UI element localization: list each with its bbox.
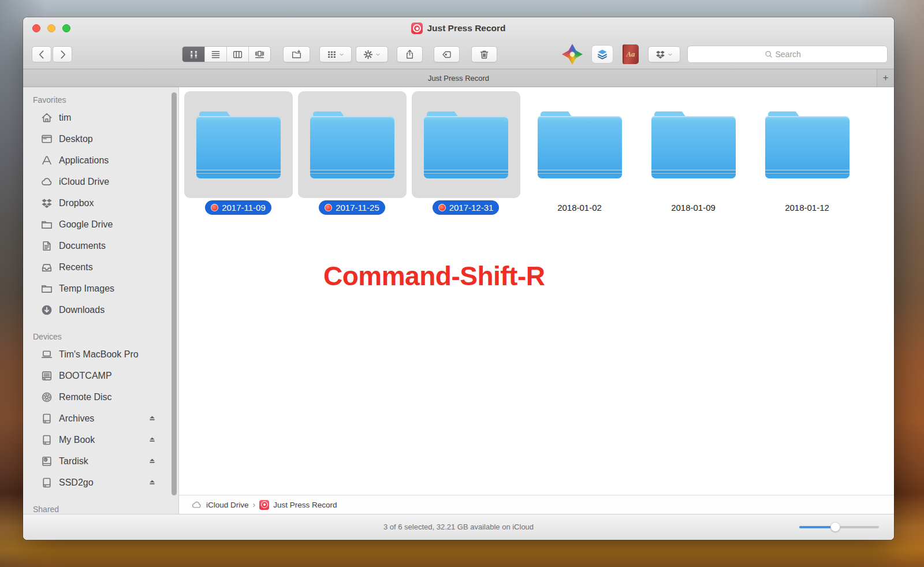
action-button[interactable]: [356, 46, 388, 62]
finder-window: Just Press Record Aa: [23, 17, 894, 540]
eject-button[interactable]: [148, 414, 157, 423]
sidebar-item-archives[interactable]: Archives: [23, 408, 178, 429]
forward-button[interactable]: [53, 46, 72, 62]
sidebar-item-documents[interactable]: Documents: [23, 235, 178, 256]
red-tag-dot: [325, 204, 332, 211]
downloads-icon: [40, 304, 53, 316]
desktop-wallpaper: Just Press Record Aa: [0, 0, 924, 567]
external-disk-icon: [40, 412, 53, 425]
sidebar-item-tim-s-macbook-pro[interactable]: Tim's MacBook Pro: [23, 344, 178, 365]
trash-icon: [479, 49, 490, 60]
chevron-down-icon: [375, 51, 381, 58]
delete-button[interactable]: [471, 46, 497, 62]
search-field[interactable]: [687, 46, 888, 63]
sidebar-item-my-book[interactable]: My Book: [23, 429, 178, 450]
path-item-just-press-record[interactable]: Just Press Record: [273, 501, 337, 509]
eject-button[interactable]: [148, 435, 157, 444]
folder-icon: [184, 91, 293, 198]
title-wrap: Just Press Record: [23, 17, 894, 39]
path-bar: iCloud Drive › Just Press Record: [179, 495, 894, 514]
content-area: 2017-11-092017-11-252017-12-312018-01-02…: [179, 87, 894, 514]
folder-2018-01-12[interactable]: 2018-01-12: [750, 91, 864, 215]
list-view-icon: [210, 49, 221, 60]
new-tab-button[interactable]: +: [877, 69, 894, 87]
tag-icon: [441, 49, 452, 60]
folder-2017-12-31[interactable]: 2017-12-31: [409, 91, 523, 215]
dictionary-app-button[interactable]: Aa: [623, 44, 639, 64]
folder-2017-11-09[interactable]: 2017-11-09: [181, 91, 295, 215]
eject-button[interactable]: [148, 457, 157, 465]
group-icon: [326, 49, 337, 60]
sidebar-item-dropbox[interactable]: Dropbox: [23, 192, 178, 214]
sidebar-item-desktop[interactable]: Desktop: [23, 128, 178, 150]
sidebar-item-applications[interactable]: Applications: [23, 150, 178, 171]
path-separator: ›: [253, 500, 256, 509]
eject-button[interactable]: [148, 478, 157, 487]
forward-icon: [57, 49, 68, 60]
sidebar-item-bootcamp[interactable]: BOOTCAMP: [23, 365, 178, 386]
folder-name: 2017-12-31: [433, 200, 500, 215]
folder-name: 2017-11-09: [205, 200, 271, 215]
coverflow-view-button[interactable]: [248, 47, 270, 62]
folder-2017-11-25[interactable]: 2017-11-25: [295, 91, 409, 215]
disc-icon: [40, 391, 53, 404]
sidebar-item-remote-disc[interactable]: Remote Disc: [23, 386, 178, 408]
external-disk-icon: [40, 476, 53, 489]
sidebar-section-title: Devices: [23, 330, 178, 344]
sidebar-item-icloud-drive[interactable]: iCloud Drive: [23, 171, 178, 192]
icon-size-slider[interactable]: [799, 526, 879, 528]
back-button[interactable]: [32, 46, 51, 62]
folder-name: 2018-01-12: [779, 200, 835, 215]
folder-2018-01-02[interactable]: 2018-01-02: [523, 91, 636, 215]
new-folder-button[interactable]: [283, 46, 310, 62]
slider-thumb[interactable]: [830, 522, 840, 532]
list-view-button[interactable]: [204, 47, 226, 62]
cloud-icon: [40, 176, 53, 188]
sidebar-item-tardisk[interactable]: Tardisk: [23, 450, 178, 472]
share-button[interactable]: [397, 46, 423, 62]
path-item-icloud-drive[interactable]: iCloud Drive: [206, 501, 249, 509]
internal-disk-icon: [40, 370, 53, 382]
sidebar-item-label: My Book: [59, 435, 95, 445]
tab-just-press-record[interactable]: Just Press Record: [428, 74, 489, 83]
sidebar-item-label: Documents: [59, 241, 106, 251]
sidebar-item-label: Tardisk: [59, 456, 88, 467]
layers-app-button[interactable]: [591, 45, 613, 64]
column-view-button[interactable]: [226, 47, 248, 62]
sidebar-section-title: Favorites: [23, 93, 178, 107]
toolbar: Aa: [23, 39, 894, 69]
sidebar-item-label: Downloads: [59, 305, 105, 315]
tag-button[interactable]: [434, 46, 460, 62]
sidebar-scrollbar[interactable]: [172, 92, 177, 495]
folder-icon: [298, 91, 407, 198]
sidebar-item-label: BOOTCAMP: [59, 371, 112, 381]
folder-grid: 2017-11-092017-11-252017-12-312018-01-02…: [181, 91, 864, 215]
sidebar-item-ssd2go[interactable]: SSD2go: [23, 472, 178, 493]
sidebar-item-recents[interactable]: Recents: [23, 256, 178, 278]
sidebar-item-label: iCloud Drive: [59, 177, 109, 187]
share-icon: [404, 49, 415, 60]
red-tag-dot: [211, 204, 218, 211]
sidebar-item-label: Archives: [59, 413, 94, 424]
sidebar-item-downloads[interactable]: Downloads: [23, 299, 178, 320]
tardisk-icon: [40, 455, 53, 468]
desktop-icon: [40, 133, 53, 146]
window-titlebar[interactable]: Just Press Record: [23, 17, 894, 39]
sidebar-item-temp-images[interactable]: Temp Images: [23, 278, 178, 299]
search-input[interactable]: [776, 50, 811, 59]
external-disk-icon: [40, 434, 53, 446]
home-icon: [40, 111, 53, 124]
tab-bar: Just Press Record +: [23, 69, 894, 87]
icon-view-button[interactable]: [182, 47, 204, 62]
group-button[interactable]: [319, 46, 352, 62]
dropbox-toolbar-button[interactable]: [648, 46, 680, 62]
pinwheel-app-button[interactable]: [562, 44, 583, 65]
record-icon: [411, 23, 423, 34]
sidebar-item-label: Desktop: [59, 134, 93, 144]
sidebar-item-label: Remote Disc: [59, 392, 112, 402]
sidebar-item-tim[interactable]: tim: [23, 107, 178, 128]
sidebar-item-google-drive[interactable]: Google Drive: [23, 214, 178, 235]
folder-2018-01-09[interactable]: 2018-01-09: [636, 91, 750, 215]
applications-icon: [40, 154, 53, 167]
record-icon: [259, 500, 269, 510]
